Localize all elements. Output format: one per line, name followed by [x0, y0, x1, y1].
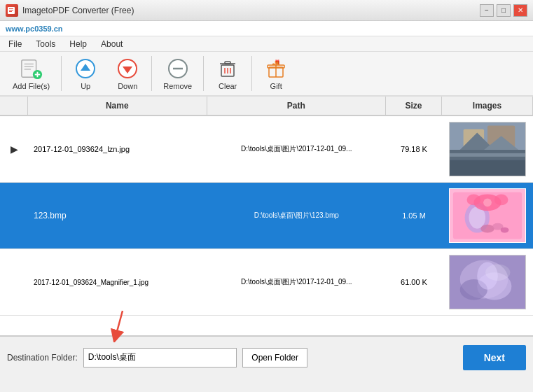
col-path: Path — [207, 97, 387, 115]
title-bar: ImagetoPDF Converter (Free) − □ ✕ — [0, 0, 533, 21]
svg-point-44 — [467, 195, 481, 206]
maximize-button[interactable]: □ — [497, 4, 511, 17]
menu-about[interactable]: About — [95, 38, 128, 50]
svg-line-54 — [116, 311, 123, 337]
bottom-bar: Destination Folder: Open Folder Next — [0, 336, 533, 378]
separator-2 — [151, 56, 152, 91]
svg-point-45 — [494, 195, 508, 206]
row-path-2: D:\tools\桌面\图片\123.bmp — [207, 183, 387, 248]
row-indicator-1: ▶ — [0, 116, 28, 182]
thumbnail-image-2 — [449, 188, 526, 243]
remove-label: Remove — [163, 82, 192, 90]
watermark-text: www.pc0359.cn — [6, 24, 63, 33]
gift-button[interactable]: 🎁 Gift — [256, 55, 296, 93]
separator-4 — [251, 56, 252, 91]
col-size: Size — [386, 97, 442, 115]
up-icon — [74, 57, 97, 80]
open-folder-button[interactable]: Open Folder — [242, 348, 307, 368]
app-icon — [6, 4, 18, 17]
menu-bar: File Tools Help About — [0, 36, 533, 52]
menu-help[interactable]: Help — [64, 38, 92, 50]
clear-button[interactable]: Clear — [208, 55, 247, 93]
svg-rect-31 — [450, 153, 525, 157]
table-row[interactable]: ▶ 2017-12-01_093624_lzn.jpg D:\tools\桌面\… — [0, 116, 533, 183]
row-indicator-2 — [0, 183, 28, 248]
file-table: Name Path Size Images ▶ 2017-12-01_09362… — [0, 97, 533, 336]
row-name-3: 2017-12-01_093624_Magnifier_1.jpg — [28, 249, 207, 315]
col-images: Images — [442, 97, 533, 115]
row-thumbnail-1 — [442, 116, 533, 182]
col-indicator — [0, 97, 28, 115]
svg-point-39 — [480, 225, 494, 233]
add-file-icon — [20, 57, 43, 80]
row-thumbnail-3 — [442, 249, 533, 315]
arrow-indicator — [102, 307, 144, 342]
up-button[interactable]: Up — [66, 55, 105, 93]
menu-file[interactable]: File — [3, 38, 27, 50]
row-path-3: D:\tools\桌面\图片\2017-12-01_09... — [207, 249, 387, 315]
gift-icon: 🎁 — [265, 57, 287, 80]
separator-3 — [203, 56, 204, 91]
remove-icon — [167, 57, 189, 80]
add-files-button[interactable]: Add File(s) — [6, 55, 57, 93]
title-bar-left: ImagetoPDF Converter (Free) — [6, 4, 134, 17]
svg-rect-1 — [9, 8, 13, 9]
svg-rect-19 — [225, 62, 230, 64]
minimize-button[interactable]: − — [480, 4, 494, 17]
window-controls[interactable]: − □ ✕ — [480, 4, 527, 17]
clear-icon — [216, 57, 239, 80]
svg-rect-34 — [450, 160, 525, 176]
col-name: Name — [28, 97, 207, 115]
clear-label: Clear — [219, 82, 237, 90]
row-size-2: 1.05 M — [386, 183, 442, 248]
svg-rect-2 — [9, 10, 13, 10]
svg-text:🎁: 🎁 — [275, 59, 280, 65]
gift-label: Gift — [270, 82, 282, 90]
svg-point-41 — [501, 227, 509, 233]
down-button[interactable]: Down — [108, 55, 147, 93]
table-row[interactable]: 2017-12-01_093624_Magnifier_1.jpg D:\too… — [0, 249, 533, 316]
row-size-1: 79.18 K — [386, 116, 442, 182]
row-indicator-3 — [0, 249, 28, 315]
watermark-bar: www.pc0359.cn — [0, 21, 533, 36]
window-title: ImagetoPDF Converter (Free) — [22, 6, 134, 15]
destination-folder-input[interactable] — [83, 348, 237, 368]
svg-rect-3 — [9, 11, 12, 12]
remove-button[interactable]: Remove — [156, 55, 199, 93]
close-button[interactable]: ✕ — [513, 4, 527, 17]
menu-tools[interactable]: Tools — [30, 38, 61, 50]
table-row[interactable]: 123.bmp D:\tools\桌面\图片\123.bmp 1.05 M — [0, 183, 533, 249]
table-header: Name Path Size Images — [0, 97, 533, 116]
main-area: Name Path Size Images ▶ 2017-12-01_09362… — [0, 97, 533, 336]
next-button[interactable]: Next — [463, 345, 526, 370]
row-name-2: 123.bmp — [28, 183, 207, 248]
toolbar: Add File(s) Up Down Remo — [0, 52, 533, 97]
up-label: Up — [81, 82, 90, 90]
thumbnail-image-1 — [449, 122, 526, 176]
dest-folder-label: Destination Folder: — [7, 353, 78, 363]
thumbnail-image-3 — [449, 255, 526, 309]
row-name-1: 2017-12-01_093624_lzn.jpg — [28, 116, 207, 182]
svg-point-43 — [483, 198, 492, 206]
svg-point-52 — [485, 264, 510, 281]
down-label: Down — [118, 82, 137, 90]
down-icon — [116, 57, 139, 80]
row-thumbnail-2 — [442, 183, 533, 248]
separator-1 — [61, 56, 62, 91]
row-size-3: 61.00 K — [386, 249, 442, 315]
add-files-label: Add File(s) — [13, 82, 50, 90]
row-path-1: D:\tools\桌面\图片\2017-12-01_09... — [207, 116, 387, 182]
